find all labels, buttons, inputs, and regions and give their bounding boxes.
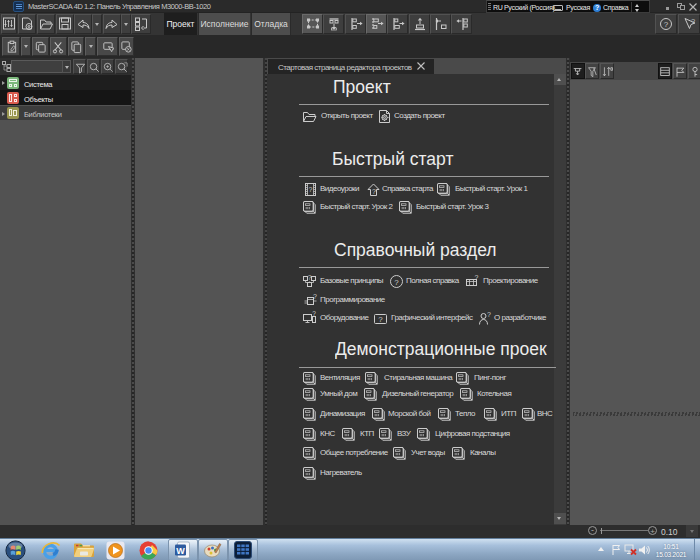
svg-text:?: ? (372, 188, 376, 195)
svg-text:?: ? (378, 315, 383, 324)
svg-text:?: ? (313, 293, 317, 300)
svg-text:W: W (176, 546, 185, 556)
svg-text:?: ? (312, 311, 316, 317)
svg-text:?: ? (664, 20, 669, 29)
svg-text:?: ? (487, 311, 491, 318)
svg-text:?: ? (308, 274, 312, 281)
svg-text:?: ? (691, 17, 695, 26)
svg-text:?: ? (394, 278, 399, 287)
svg-text:?: ? (309, 186, 313, 193)
svg-text:?: ? (475, 274, 479, 281)
